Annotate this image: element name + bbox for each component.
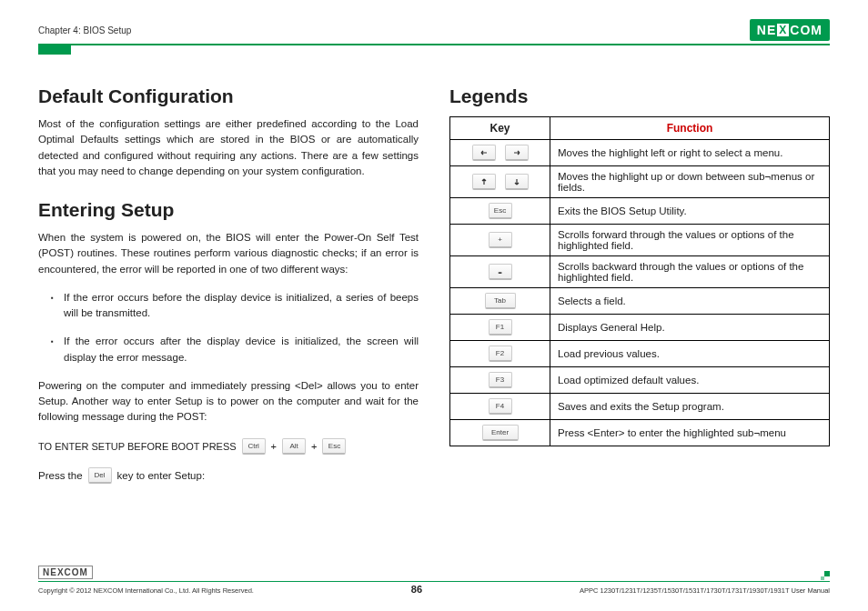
table-row: Enter Press <Enter> to enter the highlig…	[450, 420, 830, 446]
table-row: F1 Displays General Help.	[450, 315, 830, 341]
th-function: Function	[550, 117, 830, 140]
function-cell: Moves the highlight left or right to sel…	[550, 140, 830, 166]
table-row: F4 Saves and exits the Setup program.	[450, 394, 830, 420]
bullet-list: If the error occurs before the display d…	[38, 290, 419, 366]
key-f3-icon: F3	[489, 372, 512, 388]
body-text: Most of the configuration settings are e…	[38, 116, 419, 179]
footer-logo: NEXCOM	[38, 566, 93, 579]
press-text-b: key to enter Setup:	[117, 470, 206, 481]
brand-logo: NEXCOM	[750, 19, 830, 41]
key-cell: +	[450, 225, 550, 256]
body-text: When the system is powered on, the BIOS …	[38, 230, 419, 277]
manual-title: APPC 1230T/1231T/1235T/1530T/1531T/1730T…	[580, 586, 830, 595]
setup-label: TO ENTER SETUP BEFORE BOOT PRESS	[38, 441, 237, 452]
table-header-row: Key Function	[450, 117, 830, 140]
plus-text: +	[311, 441, 317, 452]
body-text: Powering on the computer and immediately…	[38, 378, 419, 426]
arrow-left-icon	[472, 145, 496, 161]
key-cell: F1	[450, 315, 550, 341]
table-row: Moves the highlight up or down between s…	[450, 166, 830, 198]
key-cell: Tab	[450, 288, 550, 315]
key-minus-icon: -	[489, 264, 512, 280]
function-cell: Moves the highlight up or down between s…	[550, 166, 830, 198]
function-cell: Exits the BIOS Setup Utility.	[550, 198, 830, 225]
heading-legends: Legends	[449, 85, 830, 107]
key-esc-icon: Esc	[322, 438, 346, 455]
plus-text: +	[271, 441, 277, 452]
key-plus-icon: +	[489, 232, 512, 248]
legends-table: Key Function Moves the highlight left or…	[449, 116, 830, 446]
key-cell: F2	[450, 341, 550, 367]
logo-x-icon: X	[777, 24, 789, 36]
function-cell: Press <Enter> to enter the highlighted s…	[550, 420, 830, 446]
key-cell	[450, 166, 550, 198]
key-cell	[450, 140, 550, 166]
table-row: Esc Exits the BIOS Setup Utility.	[450, 198, 830, 225]
function-cell: Selects a field.	[550, 288, 830, 315]
header-bar: Chapter 4: BIOS Setup NEXCOM	[38, 20, 830, 45]
function-cell: Saves and exits the Setup program.	[550, 394, 830, 420]
table-row: Moves the highlight left or right to sel…	[450, 140, 830, 166]
heading-entering-setup: Entering Setup	[38, 199, 419, 221]
key-ctrl-icon: Ctrl	[242, 438, 266, 455]
function-cell: Scrolls forward through the values or op…	[550, 225, 830, 256]
key-cell: F4	[450, 394, 550, 420]
table-row: Tab Selects a field.	[450, 288, 830, 315]
logo-part-b: COM	[790, 23, 823, 37]
list-item: If the error occurs before the display d…	[51, 290, 419, 322]
press-line: Press the Del key to enter Setup:	[38, 467, 419, 484]
chapter-label: Chapter 4: BIOS Setup	[38, 25, 131, 35]
key-tab-icon: Tab	[485, 293, 516, 309]
key-alt-icon: Alt	[282, 438, 306, 455]
function-cell: Load optimized default values.	[550, 367, 830, 394]
table-row: F3 Load optimized default values.	[450, 367, 830, 394]
left-column: Default Configuration Most of the config…	[38, 85, 419, 484]
key-cell: -	[450, 256, 550, 288]
key-f1-icon: F1	[489, 319, 512, 336]
function-cell: Scrolls backward through the values or o…	[550, 256, 830, 288]
setup-key-combo: TO ENTER SETUP BEFORE BOOT PRESS Ctrl + …	[38, 438, 419, 455]
content-columns: Default Configuration Most of the config…	[38, 85, 830, 484]
press-text-a: Press the	[38, 470, 83, 481]
arrow-right-icon	[505, 145, 529, 161]
function-cell: Load previous values.	[550, 341, 830, 367]
table-row: F2 Load previous values.	[450, 341, 830, 367]
right-column: Legends Key Function Moves the highlight…	[449, 85, 830, 484]
key-enter-icon: Enter	[482, 425, 519, 441]
key-del-icon: Del	[88, 467, 112, 484]
key-cell: Esc	[450, 198, 550, 225]
key-cell: Enter	[450, 420, 550, 446]
arrow-up-icon	[472, 174, 496, 190]
arrow-down-icon	[505, 174, 529, 190]
footer: NEXCOM Copyright © 2012 NEXCOM Internati…	[38, 563, 830, 595]
key-esc-icon: Esc	[489, 203, 512, 219]
key-cell: F3	[450, 367, 550, 394]
footer-bar: Copyright © 2012 NEXCOM International Co…	[38, 581, 830, 595]
th-key: Key	[450, 117, 550, 140]
key-f2-icon: F2	[489, 346, 512, 362]
list-item: If the error occurs after the display de…	[51, 334, 419, 366]
key-f4-icon: F4	[489, 398, 512, 415]
header-tab-icon	[38, 45, 71, 55]
table-row: + Scrolls forward through the values or …	[450, 225, 830, 256]
function-cell: Displays General Help.	[550, 315, 830, 341]
page-number: 86	[411, 584, 422, 595]
table-row: - Scrolls backward through the values or…	[450, 256, 830, 288]
logo-part-a: NE	[757, 23, 776, 37]
heading-default-config: Default Configuration	[38, 85, 419, 107]
page: Chapter 4: BIOS Setup NEXCOM Default Con…	[0, 0, 868, 484]
copyright-text: Copyright © 2012 NEXCOM International Co…	[38, 586, 254, 595]
